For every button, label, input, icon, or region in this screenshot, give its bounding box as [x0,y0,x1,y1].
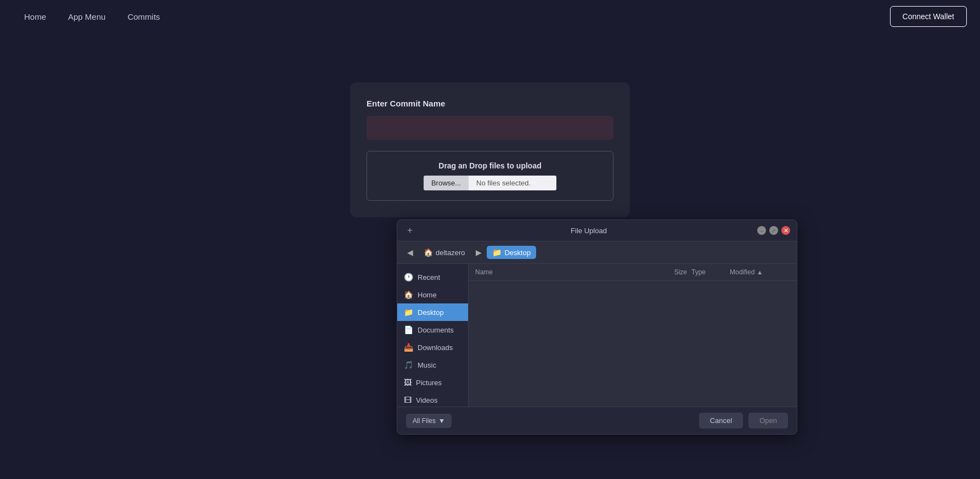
no-files-label: No files selected. [469,176,556,190]
nav-home[interactable]: Home [13,8,57,26]
music-icon: 🎵 [404,360,413,369]
sidebar-item-home[interactable]: 🏠 Home [397,286,468,303]
downloads-icon: 📥 [404,343,413,352]
dialog-titlebar: + File Upload – ⤢ ✕ [397,220,797,241]
filelist-header: Name Size Type Modified ▲ [469,264,797,281]
dialog-add-button[interactable]: + [404,224,416,236]
sidebar-item-recent[interactable]: 🕐 Recent [397,268,468,286]
sidebar-label-recent: Recent [418,273,440,281]
file-input-row: Browse... No files selected. [377,176,603,190]
col-type-header: Type [691,268,730,276]
dropzone: Drag an Drop files to upload Browse... N… [367,151,613,201]
all-files-label: All Files [413,417,436,425]
commit-name-input[interactable] [367,116,613,140]
home-icon: 🏠 [404,290,413,299]
nav-commits[interactable]: Commits [116,8,171,26]
desktop-breadcrumb-icon: 📁 [492,248,502,257]
file-upload-dialog: + File Upload – ⤢ ✕ ◀ 🏠 del [397,219,797,435]
minimize-icon: – [760,228,763,234]
home-breadcrumb-icon: 🏠 [424,248,433,257]
col-size-header: Size [658,268,691,276]
breadcrumb-back-button[interactable]: ◀ [404,246,416,258]
dialog-filelist: Name Size Type Modified ▲ [469,264,797,407]
breadcrumb-desktop-label: Desktop [504,249,531,257]
col-name-header: Name [475,268,658,276]
sidebar-label-videos: Videos [416,396,438,404]
main-content: Enter Commit Name Drag an Drop files to … [0,33,980,479]
dropzone-label: Drag an Drop files to upload [377,161,603,170]
sidebar-label-home: Home [418,291,437,299]
dialog-footer: All Files ▼ Cancel Open [397,407,797,434]
dialog-maximize-button[interactable]: ⤢ [769,226,778,235]
browse-button[interactable]: Browse... [424,176,469,190]
all-files-button[interactable]: All Files ▼ [406,414,452,428]
desktop-icon: 📁 [404,308,413,317]
sidebar-item-pictures[interactable]: 🖼 Pictures [397,374,468,391]
dialog-breadcrumb: ◀ 🏠 deltazero ▶ 📁 Desktop [397,241,797,264]
sidebar-item-documents[interactable]: 📄 Documents [397,321,468,339]
sidebar-label-music: Music [418,361,436,369]
open-button[interactable]: Open [748,413,788,429]
col-modified-header: Modified ▲ [730,268,790,276]
documents-icon: 📄 [404,325,413,334]
dialog-minimize-button[interactable]: – [757,226,766,235]
dialog-body: 🕐 Recent 🏠 Home 📁 Desktop 📄 Documents 📥 [397,264,797,407]
maximize-icon: ⤢ [771,228,776,234]
breadcrumb-forward-button[interactable]: ▶ [472,246,485,258]
breadcrumb-deltazero-label: deltazero [436,249,465,257]
close-icon: ✕ [784,227,788,234]
topnav: Home App Menu Commits Connect Wallet [0,0,980,33]
sidebar-label-documents: Documents [418,326,454,334]
videos-icon: 🎞 [404,396,412,404]
dialog-close-button[interactable]: ✕ [781,226,790,235]
forward-arrow-icon: ▶ [476,248,482,257]
commit-panel-title: Enter Commit Name [367,99,613,108]
sidebar-item-desktop[interactable]: 📁 Desktop [397,303,468,321]
cancel-button[interactable]: Cancel [699,413,743,429]
pictures-icon: 🖼 [404,378,412,387]
dialog-title: File Upload [420,227,757,235]
plus-icon: + [407,226,412,235]
sidebar-label-desktop: Desktop [418,308,444,317]
sort-icon: ▲ [757,269,763,275]
back-arrow-icon: ◀ [407,248,413,257]
filelist-content [469,281,797,407]
recent-icon: 🕐 [404,273,413,281]
connect-wallet-button[interactable]: Connect Wallet [890,6,967,27]
commit-panel: Enter Commit Name Drag an Drop files to … [350,82,630,217]
sidebar-item-downloads[interactable]: 📥 Downloads [397,339,468,356]
dialog-controls: – ⤢ ✕ [757,226,790,235]
breadcrumb-desktop[interactable]: 📁 Desktop [487,246,536,259]
sidebar-item-music[interactable]: 🎵 Music [397,356,468,374]
sidebar-label-pictures: Pictures [416,379,442,387]
dialog-sidebar: 🕐 Recent 🏠 Home 📁 Desktop 📄 Documents 📥 [397,264,469,407]
breadcrumb-deltazero[interactable]: 🏠 deltazero [418,246,470,259]
dropdown-arrow-icon: ▼ [438,417,445,425]
sidebar-label-downloads: Downloads [418,343,453,352]
sidebar-item-videos[interactable]: 🎞 Videos [397,391,468,409]
col-modified-label: Modified [730,268,754,276]
nav-app-menu[interactable]: App Menu [57,8,116,26]
